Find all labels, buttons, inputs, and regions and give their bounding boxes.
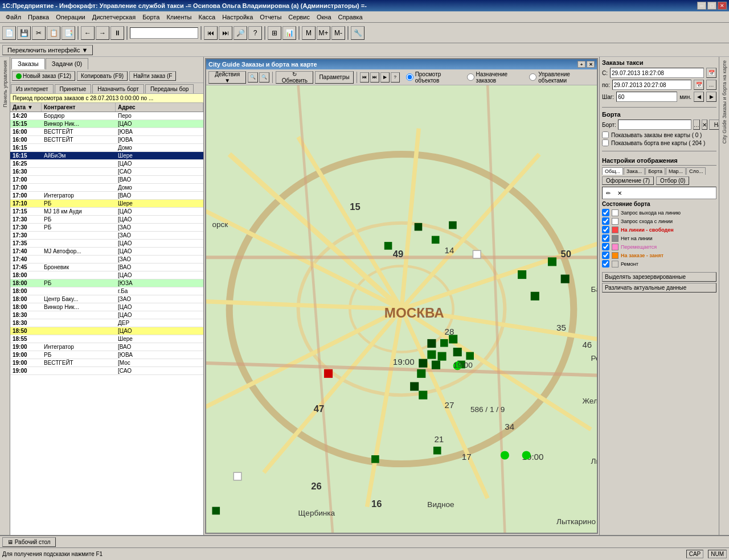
toolbar-btn-11[interactable]: 🔎 — [234, 26, 247, 40]
toolbar-btn-7[interactable]: → — [96, 26, 109, 40]
map-pin-button[interactable]: + — [578, 61, 585, 68]
maximize-button[interactable]: □ — [707, 2, 716, 10]
menu-borta[interactable]: Борта — [139, 13, 163, 22]
radio-assign-orders[interactable]: Назначение заказов — [467, 71, 525, 84]
list-item[interactable]: 18:30 [ЦАО — [10, 311, 203, 319]
menu-help[interactable]: Справка — [335, 13, 366, 22]
list-item[interactable]: 17:40 MJ Автофор... [ЦАО — [10, 248, 203, 256]
minimize-button[interactable]: ─ — [697, 2, 706, 10]
toolbar-btn-2[interactable]: 💾 — [17, 26, 31, 40]
settings-tab-general[interactable]: Общ... — [602, 167, 623, 175]
toolbar-btn-4[interactable]: 📋 — [47, 26, 60, 40]
filter-select[interactable]: Отбор (0) — [656, 176, 689, 185]
settings-tab-routes[interactable]: Мар... — [666, 167, 686, 175]
list-item[interactable]: 17:30 РБ [ЦАО — [10, 216, 203, 224]
list-item[interactable]: 17:10 РБ Шере — [10, 200, 203, 208]
toolbar-btn-9[interactable]: ⏮ — [204, 26, 218, 40]
list-item[interactable]: 16:00 ВЕСТГЕЙТ [ЮВА — [10, 136, 203, 144]
map-close-button[interactable]: ✕ — [587, 61, 595, 68]
toolbar-btn-15[interactable]: M — [302, 26, 316, 40]
edit-icon[interactable]: ✏ — [604, 188, 613, 197]
settings-tab-layers[interactable]: Сло... — [686, 167, 706, 175]
copy-button[interactable]: Копировать (F9) — [77, 71, 128, 81]
filter-assign[interactable]: Назначить борт — [92, 84, 144, 93]
toolbar-btn-17[interactable]: M- — [331, 26, 345, 40]
toolbar-btn-1[interactable]: 📄 — [2, 26, 16, 40]
list-item[interactable]: 15:15 Винкор Ник... [ЦАО — [10, 120, 203, 128]
date-to-extra-icon[interactable]: … — [706, 80, 716, 90]
params-button[interactable]: Параметры — [315, 71, 353, 84]
list-item[interactable]: 17:15 MJ 18 км Ауди [ЦАО — [10, 208, 203, 216]
switch-interface-button[interactable]: Переключить интерфейс ▼ — [2, 45, 93, 55]
list-item[interactable]: 19:00 Интегратор [ВАО — [10, 343, 203, 351]
refresh-button[interactable]: ↻ Обновить — [276, 71, 313, 84]
toolbar-btn-12[interactable]: ? — [248, 26, 262, 40]
list-item[interactable]: 16:15 АйБиЭм Шере — [10, 152, 203, 160]
list-item[interactable]: 18:00 РБ [ЮЗА — [10, 279, 203, 287]
close-button[interactable]: ✕ — [718, 2, 727, 10]
menu-reports[interactable]: Отчеты — [256, 13, 285, 22]
map-area[interactable]: МОСКВА МКАД A103 A101 A102 M5 M5 E115 M4… — [206, 85, 597, 533]
nav-next-icon[interactable]: ⏭ — [370, 72, 379, 83]
delete-icon[interactable]: ✕ — [615, 188, 624, 197]
step-prev-icon[interactable]: ◀ — [694, 92, 704, 102]
toolbar-btn-10[interactable]: ⏭ — [219, 26, 232, 40]
list-item[interactable]: 17:00 Домо — [10, 184, 203, 192]
menu-service[interactable]: Сервис — [285, 13, 313, 22]
list-item[interactable]: 19:00 [САО — [10, 367, 203, 375]
zoom-out-icon[interactable]: 🔍 — [259, 72, 269, 83]
nav-extra-icon[interactable]: ▶ — [380, 72, 390, 83]
bort-clear-icon[interactable]: … — [693, 120, 700, 130]
toolbar-btn-6[interactable]: ← — [81, 26, 95, 40]
filter-accepted[interactable]: Принятые — [55, 84, 92, 93]
menu-windows[interactable]: Окна — [313, 13, 335, 22]
menu-clients[interactable]: Клиенты — [163, 13, 195, 22]
status-request-off-checkbox[interactable] — [602, 217, 609, 225]
show-orders-outside-checkbox[interactable] — [602, 131, 609, 138]
list-item[interactable]: 18:00 г.Ба — [10, 287, 203, 295]
toolbar-btn-8[interactable]: ⏸ — [110, 26, 124, 40]
tab-orders[interactable]: Заказы — [11, 58, 45, 69]
list-item[interactable]: 18:00 Винкор Ник... [ЦАО — [10, 303, 203, 311]
list-item[interactable]: 18:50 [ЦАО — [10, 327, 203, 335]
nav-help-icon[interactable]: ? — [391, 72, 400, 83]
toolbar-btn-16[interactable]: M+ — [317, 26, 330, 40]
menu-settings[interactable]: Настройка — [219, 13, 256, 22]
list-item[interactable]: 17:35 [ЦАО — [10, 240, 203, 248]
toolbar-btn-tools[interactable]: 🔧 — [351, 26, 364, 40]
toolbar-btn-3[interactable]: ✂ — [32, 26, 46, 40]
orders-list[interactable]: 14:20 Бордюр Перо 15:15 Винкор Ник... [Ц… — [10, 112, 203, 535]
settings-tab-borta[interactable]: Борта — [645, 167, 665, 175]
bort-x-icon[interactable]: ✕ — [702, 120, 707, 130]
toolbar-btn-5[interactable]: 📑 — [62, 26, 75, 40]
status-repair-checkbox[interactable] — [602, 260, 609, 267]
show-borta-outside-checkbox[interactable] — [602, 139, 609, 146]
settings-tab-orders[interactable]: Зака... — [624, 167, 645, 175]
status-request-on-checkbox[interactable] — [602, 209, 609, 216]
filter-design[interactable]: Оформление (7) — [602, 176, 654, 185]
list-item[interactable]: 17:45 Броневик [ВАО — [10, 263, 203, 271]
list-item[interactable]: 17:30 [ЗАО — [10, 232, 203, 240]
tab-tasks[interactable]: Задачи (0) — [46, 58, 88, 69]
list-item[interactable]: 19:00 ВЕСТГЕЙТ [Мос — [10, 359, 203, 367]
desktop-button[interactable]: 🖥 Рабочий стол — [2, 537, 56, 547]
status-moving-checkbox[interactable] — [602, 243, 609, 250]
step-input[interactable] — [616, 92, 677, 102]
list-item[interactable]: 18:00 Центр Баку... [ЗАО — [10, 295, 203, 303]
date-to-calendar-icon[interactable]: 📅 — [694, 80, 704, 90]
new-order-button[interactable]: Новый заказ (F12) — [12, 71, 75, 81]
toolbar-search-input[interactable] — [130, 27, 198, 39]
status-not-on-line-checkbox[interactable] — [602, 234, 609, 242]
step-next-icon[interactable]: ▶ — [706, 92, 716, 102]
find-bort-button[interactable]: Найти — [709, 120, 719, 130]
status-on-line-free-checkbox[interactable] — [602, 226, 609, 233]
list-item[interactable]: 16:15 Домо — [10, 144, 203, 152]
list-item[interactable]: 18:30 ДЕР — [10, 319, 203, 327]
toolbar-btn-13[interactable]: ⊞ — [268, 26, 281, 40]
filter-transferred[interactable]: Переданы бор — [145, 84, 194, 93]
distinguish-actual-button[interactable]: Различать актуальные данные — [602, 283, 716, 293]
menu-file[interactable]: Файл — [2, 13, 24, 22]
menu-edit[interactable]: Правка — [24, 13, 52, 22]
menu-operations[interactable]: Операции — [52, 13, 88, 22]
filter-internet[interactable]: Из интернет — [11, 84, 54, 93]
